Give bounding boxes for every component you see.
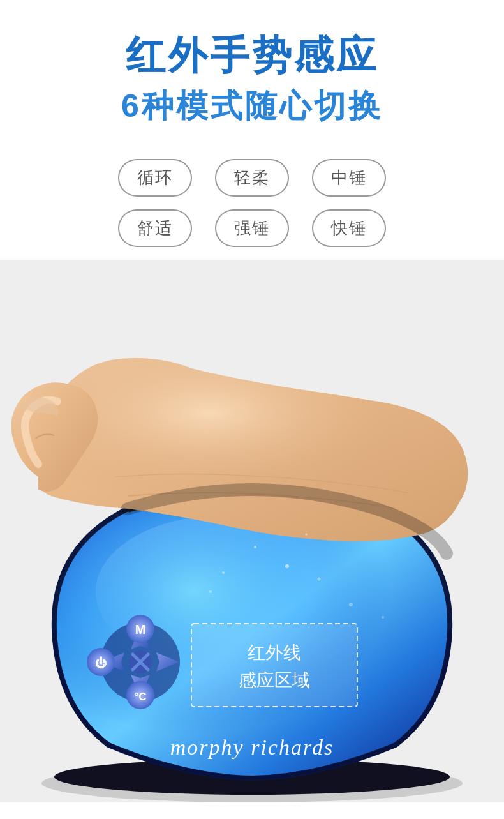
product-scene: M ⏻ °C 红外线 感应区域 morphy richards [0,260,504,802]
svg-text:M: M [135,622,146,636]
sub-title: 6种模式随心切换 [0,86,504,127]
main-title: 红外手势感应 [0,32,504,79]
svg-text:morphy richards: morphy richards [170,735,334,759]
modes-row-1: 循环 轻柔 中锤 [118,159,386,197]
svg-point-25 [222,571,225,574]
modes-row-2: 舒适 强锤 快锤 [118,209,386,247]
page-container: 红外手势感应 6种模式随心切换 循环 轻柔 中锤 舒适 强锤 快锤 [0,0,504,819]
svg-point-23 [254,546,256,548]
svg-point-27 [306,534,308,536]
svg-text:°C: °C [134,691,146,703]
svg-rect-18 [191,624,357,707]
mode-badge-xunhuan: 循环 [118,159,192,197]
header-section: 红外手势感应 6种模式随心切换 [0,0,504,140]
svg-point-26 [349,603,353,606]
svg-point-24 [318,578,321,581]
modes-section: 循环 轻柔 中锤 舒适 强锤 快锤 [0,140,504,260]
svg-point-28 [209,590,212,593]
svg-text:红外线: 红外线 [248,643,301,663]
svg-point-29 [382,616,384,619]
product-svg: M ⏻ °C 红外线 感应区域 morphy richards [0,260,504,802]
svg-point-22 [285,564,289,568]
mode-badge-zhonghui: 中锤 [312,159,386,197]
mode-badge-qingrou: 轻柔 [215,159,289,197]
svg-text:感应区域: 感应区域 [239,670,310,690]
mode-badge-kuaihui: 快锤 [312,209,386,247]
mode-badge-qianghui: 强锤 [215,209,289,247]
svg-text:⏻: ⏻ [95,656,107,670]
mode-badge-shushi: 舒适 [118,209,192,247]
